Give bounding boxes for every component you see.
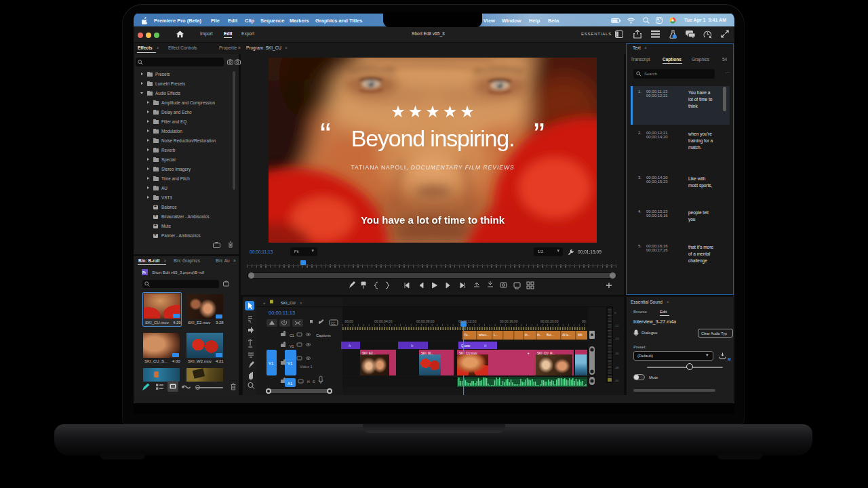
svg-text:when...: when... — [479, 333, 489, 337]
svg-text:×: × — [300, 301, 302, 305]
svg-text:Yo...: Yo... — [464, 333, 470, 337]
svg-text:00;00;08;00: 00;00;08;00 — [416, 319, 435, 323]
svg-text:-12: -12 — [614, 324, 619, 327]
svg-text:C1: C1 — [290, 333, 294, 338]
svg-text:But...: But... — [547, 333, 554, 337]
svg-text:th...: th... — [537, 333, 542, 337]
svg-text:A1: A1 — [288, 382, 293, 386]
svg-text:00;00;11;13: 00;00;11;13 — [269, 310, 295, 316]
svg-text:V1: V1 — [269, 361, 274, 365]
svg-text:SKI_CU: SKI_CU — [281, 301, 296, 305]
svg-text:-24: -24 — [614, 337, 619, 340]
svg-text:-48: -48 — [614, 366, 619, 369]
svg-text:H: H — [307, 380, 310, 384]
svg-text:Quote: Quote — [461, 344, 471, 348]
svg-text:00;00;16;00: 00;00;16;00 — [500, 319, 518, 323]
svg-text:-36: -36 — [614, 352, 619, 355]
svg-text:Wh: Wh — [578, 333, 583, 337]
svg-text:CC: CC — [331, 322, 336, 325]
svg-text:-60: -60 — [614, 379, 619, 382]
svg-text:V1: V1 — [290, 344, 294, 348]
svg-text:00;00;20;00: 00;00;20;00 — [540, 319, 559, 323]
svg-text:Video 1: Video 1 — [300, 365, 313, 369]
svg-text:At le...: At le... — [562, 333, 571, 337]
svg-text:0: 0 — [614, 311, 616, 314]
svg-text:00;: 00; — [582, 319, 587, 323]
svg-text:th...: th... — [525, 333, 530, 337]
svg-text:V1: V1 — [288, 361, 293, 365]
svg-text:Captions: Captions — [316, 333, 331, 338]
svg-text:00;00;04;00: 00;00;04;00 — [374, 319, 393, 323]
svg-text:;00;00: ;00;00 — [344, 319, 353, 323]
svg-text:L...: L... — [494, 333, 498, 337]
svg-text:00;00;12;00: 00;00;12;00 — [458, 319, 477, 323]
